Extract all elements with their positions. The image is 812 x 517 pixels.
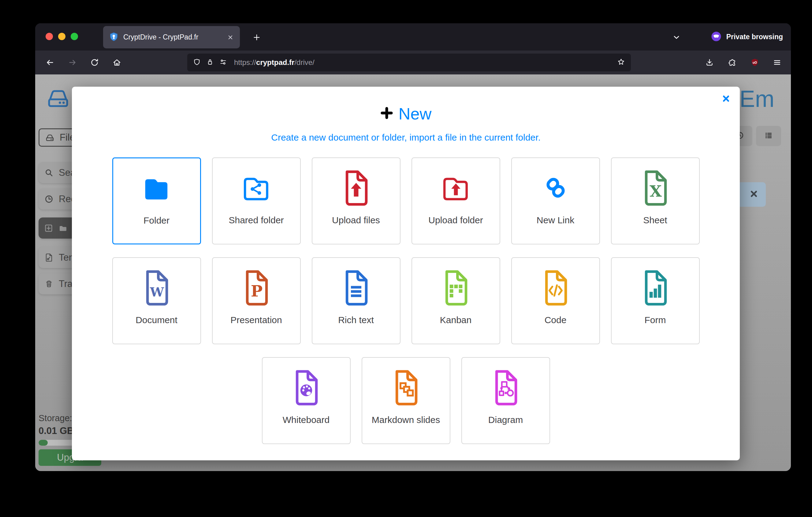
file-letter-p-icon: P — [242, 268, 271, 307]
clock-icon — [44, 194, 54, 204]
tile-label: Upload files — [332, 215, 380, 225]
link-icon — [541, 168, 570, 208]
tile-code[interactable]: Code — [511, 257, 600, 344]
tile-label: Kanban — [440, 315, 471, 325]
window-zoom-button[interactable] — [71, 33, 78, 40]
tile-row: FolderShared folderUpload filesUpload fo… — [72, 157, 740, 244]
trash-icon — [44, 279, 54, 289]
file-lines-icon — [342, 268, 371, 307]
ublock-origin-button[interactable]: uO — [746, 54, 763, 71]
file-upload-icon — [342, 168, 371, 208]
tile-label: Rich text — [338, 315, 374, 325]
tab-title: CryptDrive - CryptPad.fr — [123, 33, 222, 42]
file-kanban-icon — [441, 268, 470, 307]
folder-upload-icon — [441, 168, 470, 208]
tile-upload-folder[interactable]: Upload folder — [411, 157, 500, 244]
modal-subtitle: Create a new document or folder, import … — [72, 132, 740, 144]
navigation-toolbar: https://cryptpad.fr/drive/ uO — [35, 51, 791, 75]
forward-button[interactable] — [64, 54, 81, 71]
svg-text:W: W — [150, 285, 164, 300]
tile-folder[interactable]: Folder — [112, 157, 201, 244]
window-minimize-button[interactable] — [58, 33, 65, 40]
file-letter-w-icon: W — [142, 268, 171, 307]
bookmark-star-icon[interactable] — [617, 58, 626, 67]
svg-text:P: P — [251, 282, 262, 300]
url-bar[interactable]: https://cryptpad.fr/drive/ — [187, 54, 631, 71]
tab-close-icon[interactable] — [226, 33, 234, 42]
tile-shared-folder[interactable]: Shared folder — [212, 157, 301, 244]
plus-square-icon[interactable] — [44, 224, 53, 233]
list-view-button[interactable] — [756, 126, 781, 146]
tile-new-link[interactable]: New Link — [511, 157, 600, 244]
tile-markdown-slides[interactable]: Markdown slides — [361, 357, 451, 444]
window-close-button[interactable] — [46, 33, 53, 40]
url-text: https://cryptpad.fr/drive/ — [234, 58, 612, 67]
shield-icon[interactable] — [193, 58, 201, 67]
tile-presentation[interactable]: PPresentation — [212, 257, 301, 344]
page-content: FileSeaRecDrTenTras Storage: 0.01 GB u U… — [35, 75, 791, 471]
folder-share-icon — [242, 168, 271, 208]
tile-form[interactable]: Form — [611, 257, 700, 344]
tile-rich-text[interactable]: Rich text — [312, 257, 401, 344]
svg-text:X: X — [649, 182, 662, 200]
downloads-button[interactable] — [701, 54, 718, 71]
file-cascade-icon — [391, 368, 421, 407]
file-code-icon — [541, 268, 570, 307]
tile-label: Markdown slides — [372, 415, 440, 425]
tile-label: Presentation — [230, 315, 282, 325]
plus-icon — [380, 106, 394, 121]
home-button[interactable] — [108, 54, 125, 71]
search-icon — [44, 168, 54, 178]
tab-list-chevron-icon[interactable] — [669, 30, 684, 45]
private-browsing-badge: Private browsing — [710, 23, 783, 51]
private-browsing-label: Private browsing — [726, 33, 783, 41]
tile-document[interactable]: WDocument — [112, 257, 201, 344]
file-diagram-icon — [491, 368, 520, 407]
private-mask-icon — [710, 31, 722, 44]
menu-button[interactable] — [768, 54, 786, 71]
tile-kanban[interactable]: Kanban — [411, 257, 500, 344]
user-name-label: Em — [740, 85, 774, 112]
tile-row: WDocumentPPresentationRich textKanbanCod… — [72, 257, 740, 344]
tile-whiteboard[interactable]: Whiteboard — [262, 357, 351, 444]
browser-window: CryptDrive - CryptPad.fr Private browsin… — [35, 23, 791, 471]
tile-label: Sheet — [643, 215, 667, 225]
tile-label: Diagram — [488, 415, 523, 425]
cryptdrive-logo-icon — [47, 88, 70, 110]
new-document-modal: New Create a new document or folder, imp… — [72, 87, 740, 460]
tile-label: Folder — [144, 215, 170, 226]
close-icon — [749, 189, 758, 200]
storage-label: Storage: — [38, 413, 72, 423]
file-chart-icon — [641, 268, 670, 307]
svg-text:uO: uO — [753, 61, 757, 64]
tile-label: Form — [645, 315, 666, 325]
tile-row: WhiteboardMarkdown slidesDiagram — [72, 357, 740, 444]
lock-icon[interactable] — [206, 58, 214, 67]
file-palette-icon — [292, 368, 321, 407]
file-wrench-icon — [44, 253, 54, 263]
extensions-button[interactable] — [724, 54, 741, 71]
tile-label: Shared folder — [229, 215, 284, 225]
permissions-icon[interactable] — [219, 58, 227, 67]
tile-label: New Link — [536, 215, 574, 225]
new-doc-grid: FolderShared folderUpload filesUpload fo… — [72, 157, 740, 444]
new-tab-button[interactable] — [249, 30, 264, 45]
list-view-icon — [764, 131, 773, 141]
modal-title-row: New — [72, 104, 740, 124]
browser-tab[interactable]: CryptDrive - CryptPad.fr — [103, 26, 240, 48]
modal-title: New — [398, 104, 431, 123]
storage-progress-fill — [38, 440, 48, 446]
tile-upload-files[interactable]: Upload files — [312, 157, 401, 244]
back-button[interactable] — [41, 54, 58, 71]
reload-button[interactable] — [86, 54, 103, 71]
tile-label: Code — [545, 315, 567, 325]
tile-label: Upload folder — [428, 215, 483, 225]
folder-solid-icon — [142, 169, 171, 208]
tile-sheet[interactable]: XSheet — [611, 157, 700, 244]
tile-label: Document — [136, 315, 177, 325]
tile-diagram[interactable]: Diagram — [461, 357, 550, 444]
tab-bar: CryptDrive - CryptPad.fr Private browsin… — [35, 23, 791, 51]
file-letter-x-icon: X — [641, 168, 670, 208]
cryptpad-favicon-icon — [109, 31, 119, 43]
modal-close-icon[interactable] — [721, 94, 731, 104]
